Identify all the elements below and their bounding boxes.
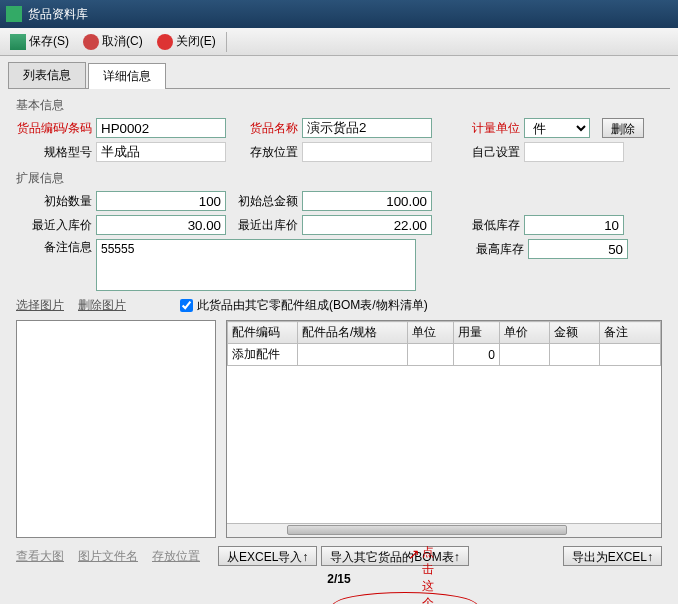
lastin-input[interactable] — [96, 215, 226, 235]
close-label: 关闭(E) — [176, 33, 216, 50]
loc-input[interactable] — [302, 142, 432, 162]
label-unit: 计量单位 — [464, 120, 520, 137]
bom-checkbox[interactable] — [180, 299, 193, 312]
tab-bar: 列表信息 详细信息 — [8, 62, 670, 89]
col-name: 配件品名/规格 — [298, 322, 408, 344]
image-preview — [16, 320, 216, 538]
label-lastout: 最近出库价 — [238, 217, 298, 234]
label-spec: 规格型号 — [16, 144, 92, 161]
delete-button[interactable]: 删除 — [602, 118, 644, 138]
app-icon — [6, 6, 22, 22]
label-loc: 存放位置 — [238, 144, 298, 161]
initamt-input[interactable] — [302, 191, 432, 211]
file-name-link[interactable]: 图片文件名 — [78, 548, 138, 565]
label-name: 货品名称 — [238, 120, 298, 137]
label-custom: 自己设置 — [464, 144, 520, 161]
toolbar: 保存(S) 取消(C) 关闭(E) — [0, 28, 678, 56]
window-title: 货品资料库 — [28, 0, 88, 28]
cancel-icon — [83, 34, 99, 50]
close-button[interactable]: 关闭(E) — [151, 31, 222, 52]
annotation-oval — [332, 592, 478, 604]
grid-hscroll[interactable] — [227, 523, 661, 537]
delete-image-link[interactable]: 删除图片 — [78, 297, 126, 314]
col-remark: 备注 — [600, 322, 661, 344]
maxstock-input[interactable] — [528, 239, 628, 259]
save-button[interactable]: 保存(S) — [4, 31, 75, 52]
lastout-input[interactable] — [302, 215, 432, 235]
spec-input[interactable] — [96, 142, 226, 162]
tab-list[interactable]: 列表信息 — [8, 62, 86, 88]
import-excel-button[interactable]: 从EXCEL导入↑ — [218, 546, 317, 566]
close-icon — [157, 34, 173, 50]
col-qty: 用量 — [454, 322, 500, 344]
label-minstock: 最低库存 — [464, 217, 520, 234]
cancel-button[interactable]: 取消(C) — [77, 31, 149, 52]
save-label: 保存(S) — [29, 33, 69, 50]
section-ext: 扩展信息 — [16, 170, 670, 187]
import-bom-button[interactable]: 导入其它货品的BOM表↑ — [321, 546, 468, 566]
label-initqty: 初始数量 — [16, 193, 92, 210]
bom-grid[interactable]: 配件编码 配件品名/规格 单位 用量 单价 金额 备注 添加配件0 — [226, 320, 662, 538]
unit-select[interactable]: 件 — [524, 118, 590, 138]
select-image-link[interactable]: 选择图片 — [16, 297, 64, 314]
label-code: 货品编码/条码 — [16, 120, 92, 137]
name-input[interactable] — [302, 118, 432, 138]
col-code: 配件编码 — [228, 322, 298, 344]
store-loc-link[interactable]: 存放位置 — [152, 548, 200, 565]
tab-detail[interactable]: 详细信息 — [88, 63, 166, 89]
window-titlebar: 货品资料库 — [0, 0, 678, 28]
view-big-link[interactable]: 查看大图 — [16, 548, 64, 565]
export-excel-button[interactable]: 导出为EXCEL↑ — [563, 546, 662, 566]
col-unit: 单位 — [408, 322, 454, 344]
label-remark: 备注信息 — [16, 239, 92, 256]
table-row[interactable]: 添加配件0 — [228, 344, 661, 366]
code-input[interactable] — [96, 118, 226, 138]
toolbar-separator — [226, 32, 227, 52]
cancel-label: 取消(C) — [102, 33, 143, 50]
col-amt: 金额 — [550, 322, 600, 344]
minstock-input[interactable] — [524, 215, 624, 235]
initqty-input[interactable] — [96, 191, 226, 211]
label-maxstock: 最高库存 — [468, 241, 524, 258]
pager: 2/15 — [8, 566, 670, 592]
col-price: 单价 — [500, 322, 550, 344]
custom-input[interactable] — [524, 142, 624, 162]
bom-label: 此货品由其它零配件组成(BOM表/物料清单) — [197, 297, 428, 314]
section-basic: 基本信息 — [16, 97, 670, 114]
label-initamt: 初始总金额 — [238, 193, 298, 210]
label-lastin: 最近入库价 — [16, 217, 92, 234]
save-icon — [10, 34, 26, 50]
remark-input[interactable] — [96, 239, 416, 291]
